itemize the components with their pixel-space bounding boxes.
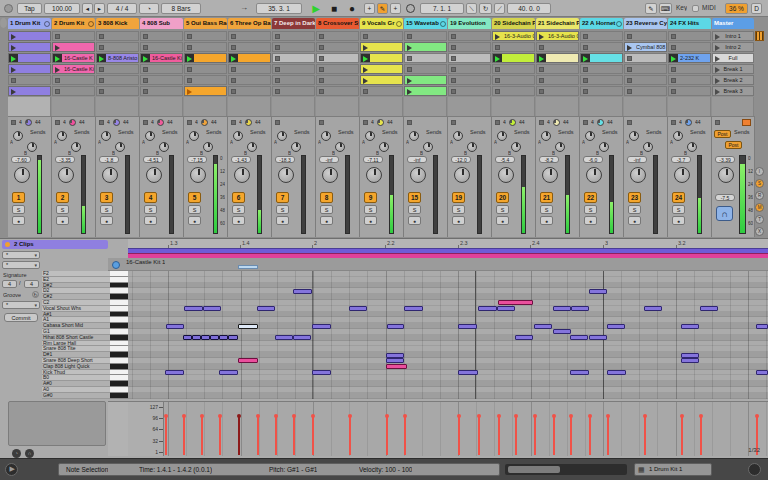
clip-play-icon[interactable]	[55, 45, 60, 51]
clip-stop-icon[interactable]	[451, 34, 456, 39]
midi-note[interactable]	[607, 370, 626, 375]
midi-note[interactable]	[312, 324, 331, 329]
clip-slot-filled[interactable]	[580, 53, 623, 63]
punch-in-button[interactable]: ⟍	[466, 3, 477, 14]
clip-slot-empty[interactable]	[140, 31, 183, 41]
clip-playing-indicator[interactable]	[669, 54, 678, 63]
clip-slot-empty[interactable]	[8, 75, 51, 85]
view-toggle-i[interactable]: I	[755, 167, 764, 176]
view-toggle-x[interactable]: X	[755, 227, 764, 236]
volume-value-field[interactable]: -12.0	[451, 156, 471, 163]
clip-stop-icon[interactable]	[55, 89, 60, 94]
arm-button[interactable]: ●	[584, 216, 597, 225]
clip-slot-empty[interactable]	[228, 31, 271, 41]
arm-button[interactable]: ●	[12, 216, 25, 225]
volume-value-field[interactable]: -8.2	[539, 156, 559, 163]
pan-knob[interactable]	[586, 167, 602, 183]
clip-playing-indicator[interactable]	[581, 54, 590, 63]
overdub-button[interactable]: +	[364, 3, 375, 14]
arm-button[interactable]: ●	[188, 216, 201, 225]
clip-slot-empty[interactable]	[404, 64, 447, 74]
velocity-stem[interactable]	[478, 416, 480, 455]
clip-stop-icon[interactable]	[231, 78, 236, 83]
solo-button[interactable]: S	[452, 205, 465, 214]
cue-volume-field[interactable]: -7.5	[715, 194, 735, 201]
clip-stop-icon[interactable]	[583, 78, 588, 83]
clip-launch-menu-1[interactable]: *▾	[2, 251, 40, 259]
track-activator-button[interactable]: 24	[672, 192, 685, 203]
clip-slot-empty[interactable]	[316, 31, 359, 41]
velocity-stem[interactable]	[570, 416, 572, 455]
clip-slot-empty[interactable]	[184, 31, 227, 41]
clip-stop-all-icon[interactable]	[319, 120, 324, 125]
send-b-knob[interactable]	[159, 142, 169, 152]
send-b-knob[interactable]	[379, 142, 389, 152]
clip-slot-empty[interactable]	[272, 31, 315, 41]
solo-button[interactable]: S	[100, 205, 113, 214]
scrollbar-handle[interactable]	[508, 466, 560, 473]
unfold-track-icon[interactable]	[88, 21, 94, 27]
clip-slot-filled[interactable]: 16-Castle Ki	[140, 53, 183, 63]
send-b-knob[interactable]	[115, 142, 125, 152]
clip-stop-icon[interactable]	[583, 45, 588, 50]
clip-stop-icon[interactable]	[451, 45, 456, 50]
clip-stop-icon[interactable]	[319, 45, 324, 50]
velocity-stem[interactable]	[681, 416, 683, 455]
piano-key[interactable]	[110, 393, 128, 399]
solo-button[interactable]: S	[188, 205, 201, 214]
clip-slot-empty[interactable]	[536, 42, 579, 52]
tempo-field[interactable]: 100.00	[44, 3, 80, 14]
scene-launch-icon[interactable]	[715, 89, 720, 95]
volume-value-field[interactable]: -1.43	[231, 156, 251, 163]
midi-note[interactable]	[183, 335, 192, 340]
volume-value-field[interactable]: -7.60	[11, 156, 31, 163]
clip-slot-empty[interactable]	[96, 75, 139, 85]
clip-play-icon[interactable]	[143, 56, 148, 62]
clip-slot-empty[interactable]	[492, 75, 535, 85]
send-b-knob[interactable]	[511, 142, 521, 152]
send-b-knob[interactable]	[467, 142, 477, 152]
midi-note[interactable]	[756, 324, 768, 329]
clip-tab-button[interactable]: ◔	[12, 449, 21, 458]
clip-slot-empty[interactable]	[448, 86, 491, 96]
clip-stop-icon[interactable]	[231, 89, 236, 94]
clip-playing-indicator[interactable]	[361, 54, 370, 63]
send-b-knob[interactable]	[423, 142, 433, 152]
clip-loop-icon[interactable]	[112, 261, 120, 269]
pan-knob[interactable]	[190, 167, 206, 183]
scene-launch-icon[interactable]	[715, 45, 720, 51]
clip-stop-icon[interactable]	[187, 78, 192, 83]
clip-stop-icon[interactable]	[627, 67, 632, 72]
clip-slot-filled[interactable]	[360, 64, 403, 74]
view-toggle-s[interactable]: S	[755, 179, 764, 188]
clip-play-icon[interactable]	[363, 78, 368, 84]
track-activator-button[interactable]: 3	[100, 192, 113, 203]
track-activator-button[interactable]: 7	[276, 192, 289, 203]
clip-stop-icon[interactable]	[671, 67, 676, 72]
track-header-24[interactable]: 24 FX Hits	[668, 18, 711, 29]
pan-knob[interactable]	[102, 167, 118, 183]
midi-note[interactable]	[553, 306, 571, 311]
clip-play-icon[interactable]	[99, 56, 104, 62]
clip-slot-empty[interactable]	[668, 86, 711, 96]
clip-slot-empty[interactable]	[404, 31, 447, 41]
velocity-stem[interactable]	[165, 416, 167, 455]
clip-slot-filled[interactable]: 16-Castle K	[52, 53, 95, 63]
clip-stop-icon[interactable]	[319, 89, 324, 94]
track-activator-button[interactable]: 4	[144, 192, 157, 203]
send-b-knob[interactable]	[71, 142, 81, 152]
clip-slot-empty[interactable]	[580, 86, 623, 96]
scene-launch-icon[interactable]	[715, 78, 720, 84]
solo-button[interactable]: S	[672, 205, 685, 214]
clip-stop-icon[interactable]	[583, 34, 588, 39]
midi-note[interactable]	[293, 289, 312, 294]
midi-note[interactable]	[404, 306, 423, 311]
session-record-button[interactable]	[406, 4, 415, 13]
solo-button[interactable]: S	[628, 205, 641, 214]
clip-stop-icon[interactable]	[231, 34, 236, 39]
send-a-knob[interactable]	[57, 131, 67, 141]
pan-knob[interactable]	[278, 167, 294, 183]
velocity-stem-handle[interactable]	[457, 414, 461, 418]
pan-knob[interactable]	[410, 167, 426, 183]
play-button[interactable]: ▶	[308, 2, 324, 15]
